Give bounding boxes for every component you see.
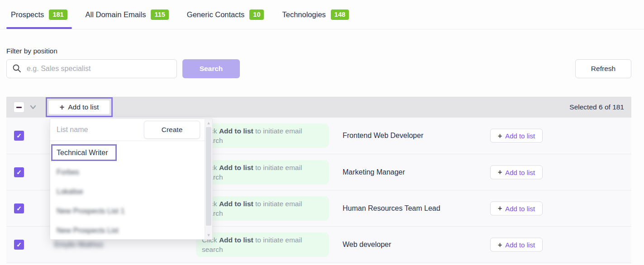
row-add-to-list-button[interactable]: + Add to list: [490, 238, 543, 252]
tabs-bar: Prospects 181 All Domain Emails 115 Gene…: [0, 0, 644, 29]
check-icon: ✓: [16, 205, 22, 212]
add-to-list-dropdown: Create Technical Writer Forbes Lokalise …: [50, 118, 213, 240]
tab-all-domain-emails[interactable]: All Domain Emails 115: [81, 0, 173, 29]
refresh-button[interactable]: Refresh: [575, 59, 631, 78]
filter-by-position-label: Filter by position: [6, 47, 57, 55]
list-item[interactable]: Lokalise: [50, 182, 205, 201]
plus-icon: +: [498, 205, 502, 212]
prospect-position: Marketing Manager: [343, 168, 405, 176]
email-search-hint: Click Add to list to initiate email sear…: [196, 232, 329, 257]
row-add-to-list-button[interactable]: + Add to list: [490, 129, 543, 143]
row-add-to-list-button[interactable]: + Add to list: [490, 201, 543, 215]
add-to-list-label: Add to list: [68, 103, 99, 111]
list-name-input[interactable]: [50, 119, 138, 141]
tab-label: All Domain Emails: [86, 10, 146, 19]
plus-icon: +: [498, 241, 502, 248]
dropdown-scrollbar[interactable]: ▲ ▼: [205, 119, 212, 239]
tab-prospects[interactable]: Prospects 181: [6, 0, 72, 29]
check-icon: ✓: [16, 132, 22, 139]
count-badge: 181: [49, 9, 67, 20]
scroll-down-icon[interactable]: ▼: [205, 233, 212, 237]
plus-icon: +: [498, 132, 502, 139]
tab-label: Prospects: [11, 10, 44, 19]
count-badge: 115: [151, 9, 168, 20]
plus-icon: +: [498, 169, 502, 176]
add-to-list-button[interactable]: + Add to list: [49, 100, 110, 114]
search-icon: [12, 64, 21, 73]
count-badge: 10: [249, 9, 264, 20]
prospect-position: Web developer: [343, 241, 391, 249]
prospect-position: Human Resources Team Lead: [343, 204, 440, 213]
list-item[interactable]: Forbes: [50, 162, 205, 182]
tab-label: Technologies: [282, 10, 325, 19]
chevron-down-icon[interactable]: [30, 104, 36, 110]
count-badge: 148: [331, 9, 349, 20]
row-checkbox[interactable]: ✓: [14, 131, 24, 141]
email-search-hint: Click Add to list to initiate email sear…: [196, 123, 329, 148]
row-checkbox[interactable]: ✓: [14, 240, 24, 250]
scrollbar-thumb[interactable]: [206, 127, 211, 226]
prospect-position: Frontend Web Developer: [343, 132, 423, 140]
list-item-technical-writer[interactable]: Technical Writer: [50, 143, 205, 162]
list-item[interactable]: New Prospects List 1: [50, 201, 205, 221]
selected-count-label: Selected 6 of 181: [569, 97, 624, 118]
list-item[interactable]: New Prospects List: [50, 221, 205, 240]
plus-icon: +: [60, 103, 65, 111]
dropdown-list: Technical Writer Forbes Lokalise New Pro…: [50, 143, 205, 239]
select-all-checkbox[interactable]: [14, 102, 24, 112]
tab-generic-contacts[interactable]: Generic Contacts 10: [182, 0, 269, 29]
dropdown-header: Create: [50, 119, 205, 141]
annotation-highlight: + Add to list: [46, 97, 113, 117]
tab-technologies[interactable]: Technologies 148: [277, 0, 353, 29]
create-list-button[interactable]: Create: [144, 121, 200, 139]
prospects-page: Prospects 181 All Domain Emails 115 Gene…: [0, 0, 644, 265]
email-search-hint: Click Add to list to initiate email sear…: [196, 196, 329, 221]
row-checkbox[interactable]: ✓: [14, 167, 24, 177]
position-filter-input[interactable]: [6, 59, 177, 78]
check-icon: ✓: [16, 169, 22, 176]
search-button[interactable]: Search: [182, 59, 240, 78]
row-checkbox[interactable]: ✓: [14, 203, 24, 213]
email-search-hint: Click Add to list to initiate email sear…: [196, 160, 329, 185]
table-header-bar: + Add to list Selected 6 of 181: [6, 97, 631, 118]
row-add-to-list-button[interactable]: + Add to list: [490, 165, 543, 179]
scroll-up-icon[interactable]: ▲: [205, 121, 212, 125]
check-icon: ✓: [16, 241, 22, 248]
tab-label: Generic Contacts: [187, 10, 244, 19]
indeterminate-minus-icon: [16, 107, 22, 108]
prospect-name-blurred: Emylio Mukhoz: [54, 241, 103, 249]
